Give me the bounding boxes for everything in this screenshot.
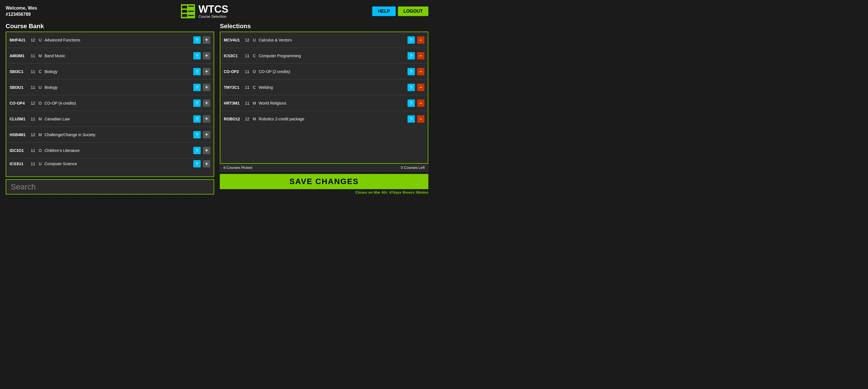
courses-picked: 8 Courses Picked — [223, 166, 252, 170]
selection-row: HRT3M1 11 M World Religions ? – — [220, 95, 428, 111]
course-code: SBI3C1 — [9, 69, 28, 74]
logout-button[interactable]: LOGOUT — [398, 6, 428, 16]
closes-text: Closes on Mar 4th: 47days 9hours 36mins — [220, 190, 428, 194]
course-info-button[interactable]: ? — [407, 52, 415, 59]
course-grade: 11 — [30, 148, 36, 153]
svg-rect-4 — [188, 6, 194, 7]
course-name: CO-OP (2 credits) — [259, 69, 405, 74]
course-bank-row: AMI3M1 11 M Band Music ? + — [6, 48, 214, 64]
welcome-line2: #123456789 — [6, 11, 37, 18]
course-info-button[interactable]: ? — [193, 36, 200, 44]
course-type: O — [252, 69, 256, 74]
course-grade: 11 — [244, 54, 250, 58]
course-remove-button[interactable]: – — [417, 68, 425, 75]
course-grade: 12 — [30, 38, 36, 42]
course-code: SBI3U1 — [9, 85, 28, 90]
course-add-button[interactable]: + — [203, 115, 210, 123]
course-info-button[interactable]: ? — [193, 84, 200, 91]
course-code: HSB4M1 — [9, 132, 28, 137]
selections-title: Selections — [220, 23, 428, 30]
course-info-button[interactable]: ? — [407, 115, 415, 123]
course-info-button[interactable]: ? — [193, 68, 200, 75]
course-type: C — [38, 69, 42, 74]
course-add-button[interactable]: + — [203, 52, 210, 59]
course-grade: 11 — [244, 85, 250, 90]
course-code: CLU3M1 — [9, 117, 28, 121]
course-info-button[interactable]: ? — [193, 115, 200, 123]
course-add-button[interactable]: + — [203, 147, 210, 154]
course-remove-button[interactable]: – — [417, 115, 425, 123]
courses-left: 0 Courses Left — [401, 166, 425, 170]
search-bar[interactable] — [6, 179, 214, 194]
course-remove-button[interactable]: – — [417, 52, 425, 59]
course-code: TMY3C1 — [224, 85, 242, 90]
course-grade: 11 — [244, 69, 250, 74]
course-info-button[interactable]: ? — [407, 68, 415, 75]
svg-rect-5 — [188, 11, 194, 12]
svg-rect-2 — [182, 10, 187, 13]
header: Welcome, Wes #123456789 WTCS Course Sele… — [0, 0, 434, 23]
course-name: Computer Science — [44, 161, 191, 166]
selection-row: CO-OP2 11 O CO-OP (2 credits) ? – — [220, 64, 428, 80]
course-code: ICS3U1 — [9, 161, 28, 166]
course-info-button[interactable]: ? — [193, 147, 200, 154]
course-add-button[interactable]: + — [203, 84, 210, 91]
course-add-button[interactable]: + — [203, 160, 210, 168]
course-type: U — [252, 38, 256, 42]
course-code: MHF4U1 — [9, 38, 28, 42]
search-input[interactable] — [11, 182, 209, 191]
logo-text-area: WTCS Course Selection — [198, 4, 228, 19]
course-add-button[interactable]: + — [203, 99, 210, 107]
course-add-button[interactable]: + — [203, 36, 210, 44]
course-code: IDC3O1 — [9, 148, 28, 153]
course-type: M — [252, 101, 256, 106]
course-name: CO-OP (4 credits) — [44, 101, 191, 106]
course-remove-button[interactable]: – — [417, 36, 425, 44]
course-info-button[interactable]: ? — [193, 160, 200, 168]
course-type: M — [38, 132, 42, 137]
course-add-button[interactable]: + — [203, 68, 210, 75]
save-changes-button[interactable]: SAVE CHANGES — [220, 174, 428, 189]
header-buttons: HELP LOGOUT — [372, 6, 428, 16]
course-name: Biology — [44, 85, 191, 90]
course-name: Robotics 2-credit package — [259, 117, 405, 121]
course-bank-title: Course Bank — [6, 23, 214, 30]
course-bank-row: CLU3M1 11 M Canadian Law ? + — [6, 111, 214, 127]
course-type: U — [38, 85, 42, 90]
course-bank-row: CO-OP4 12 O CO-OP (4 credits) ? + — [6, 95, 214, 111]
course-bank-row: SBI3C1 11 C Biology ? + — [6, 64, 214, 80]
course-info-button[interactable]: ? — [193, 99, 200, 107]
svg-rect-6 — [188, 15, 194, 16]
course-remove-button[interactable]: – — [417, 99, 425, 107]
course-remove-button[interactable]: – — [417, 84, 425, 91]
selections-container: MCV4U1 12 U Calculus & Vectors ? – ICS3C… — [220, 32, 428, 164]
course-name: Canadian Law — [44, 117, 191, 121]
course-grade: 11 — [244, 101, 250, 106]
help-button[interactable]: HELP — [372, 6, 396, 16]
course-info-button[interactable]: ? — [193, 52, 200, 59]
course-code: HRT3M1 — [224, 101, 242, 106]
course-grade: 12 — [244, 117, 250, 121]
course-grade: 12 — [244, 38, 250, 42]
logo-title: WTCS — [198, 4, 228, 14]
welcome-line1: Welcome, Wes — [6, 5, 37, 11]
course-code: AMI3M1 — [9, 54, 28, 58]
course-bank-container: MHF4U1 12 U Advanced Functions ? + AMI3M… — [6, 32, 214, 177]
left-panel: Course Bank MHF4U1 12 U Advanced Functio… — [6, 23, 214, 194]
course-add-button[interactable]: + — [203, 131, 210, 139]
course-grade: 11 — [30, 117, 36, 121]
course-bank-row: IDC3O1 11 O Children's Literature ? + — [6, 143, 214, 158]
course-name: Calculus & Vectors — [259, 38, 405, 42]
course-info-button[interactable]: ? — [407, 36, 415, 44]
course-grade: 11 — [30, 54, 36, 58]
closes-label: Closes on Mar 4th: 47days 9hours 36mins — [355, 190, 428, 194]
course-info-button[interactable]: ? — [193, 131, 200, 139]
course-type: O — [38, 148, 42, 153]
course-info-button[interactable]: ? — [407, 84, 415, 91]
course-type: O — [38, 101, 42, 106]
welcome-text: Welcome, Wes #123456789 — [6, 5, 37, 18]
course-type: C — [252, 54, 256, 58]
course-info-button[interactable]: ? — [407, 99, 415, 107]
course-type: M — [38, 117, 42, 121]
course-bank-row: SBI3U1 11 U Biology ? + — [6, 80, 214, 95]
